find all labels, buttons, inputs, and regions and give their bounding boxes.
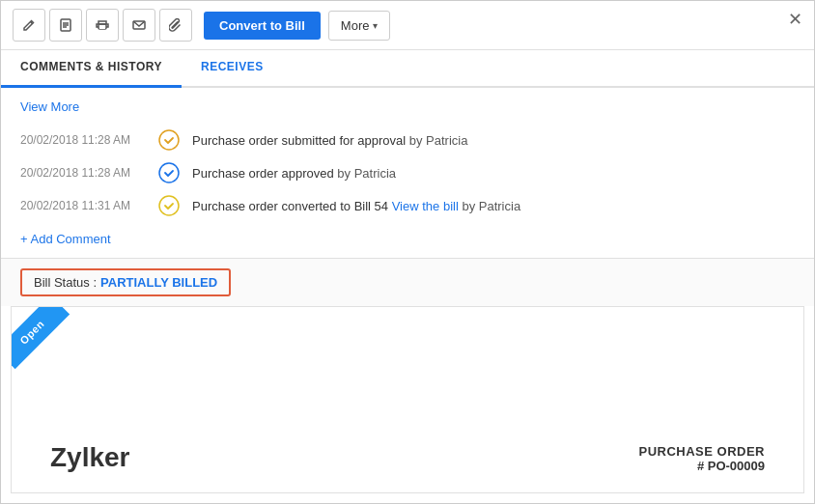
history-timestamp: 20/02/2018 11:28 AM: [20, 133, 146, 147]
print-button[interactable]: [86, 9, 119, 42]
svg-point-5: [159, 163, 179, 182]
history-timestamp: 20/02/2018 11:28 AM: [20, 166, 146, 180]
submitted-icon: [157, 128, 181, 152]
attachment-button[interactable]: [159, 9, 192, 42]
po-number: # PO-00009: [638, 459, 765, 473]
bill-status-value: PARTIALLY BILLED: [100, 275, 217, 290]
company-name: Zylker: [50, 442, 130, 473]
view-more-link[interactable]: View More: [20, 99, 79, 114]
approved-icon: [157, 161, 181, 184]
comments-section: View More 20/02/2018 11:28 AM Purchase o…: [1, 88, 814, 259]
history-text: Purchase order approved by Patricia: [192, 166, 396, 181]
history-item: 20/02/2018 11:28 AM Purchase order appro…: [20, 156, 795, 189]
svg-point-4: [159, 130, 179, 150]
tab-comments-history[interactable]: COMMENTS & HISTORY: [1, 50, 182, 88]
more-button[interactable]: More ▾: [328, 11, 391, 41]
view-bill-link[interactable]: View the bill: [388, 199, 459, 213]
svg-rect-2: [99, 26, 105, 29]
bill-status-bar: Bill Status : PARTIALLY BILLED: [1, 259, 814, 306]
svg-point-6: [159, 196, 179, 215]
chevron-down-icon: ▾: [373, 20, 378, 31]
tabs-bar: COMMENTS & HISTORY RECEIVES: [1, 50, 814, 88]
converted-icon: [157, 194, 181, 217]
toolbar: Convert to Bill More ▾ ✕: [1, 1, 814, 50]
history-timestamp: 20/02/2018 11:31 AM: [20, 199, 146, 212]
open-ribbon: Open: [12, 307, 79, 375]
po-info: PURCHASE ORDER # PO-00009: [638, 444, 765, 473]
main-content: View More 20/02/2018 11:28 AM Purchase o…: [1, 88, 814, 503]
modal-window: Convert to Bill More ▾ ✕ COMMENTS & HIST…: [0, 0, 815, 504]
document-preview: Open Zylker PURCHASE ORDER # PO-00009: [11, 306, 804, 493]
history-text: Purchase order converted to Bill 54 View…: [192, 199, 520, 213]
edit-button[interactable]: [13, 9, 45, 42]
close-button[interactable]: ✕: [788, 11, 802, 28]
po-title: PURCHASE ORDER: [638, 444, 765, 459]
email-button[interactable]: [123, 9, 155, 42]
history-item: 20/02/2018 11:31 AM Purchase order conve…: [20, 189, 795, 222]
tab-receives[interactable]: RECEIVES: [182, 50, 283, 86]
convert-to-bill-button[interactable]: Convert to Bill: [204, 12, 321, 40]
history-item: 20/02/2018 11:28 AM Purchase order submi…: [20, 124, 795, 156]
bill-status-label: Bill Status :: [34, 275, 97, 290]
history-text: Purchase order submitted for approval by…: [192, 133, 467, 148]
add-comment-button[interactable]: + Add Comment: [20, 232, 111, 246]
bill-status-box: Bill Status : PARTIALLY BILLED: [20, 268, 231, 296]
document-button[interactable]: [49, 9, 82, 42]
